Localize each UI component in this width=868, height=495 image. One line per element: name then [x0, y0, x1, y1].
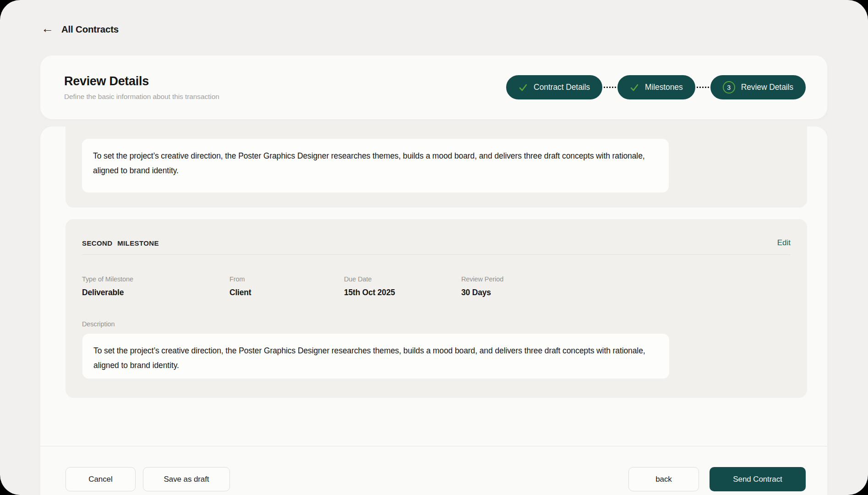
- back-arrow-icon[interactable]: ←: [41, 22, 54, 35]
- save-as-draft-button[interactable]: Save as draft: [143, 467, 230, 491]
- step-number-badge: 3: [723, 81, 735, 94]
- app-window: ← All Contracts Review Details Define th…: [0, 0, 868, 495]
- check-icon: [519, 83, 528, 92]
- step-connector: [697, 87, 709, 88]
- second-milestone-section: SECOND MILESTONE Edit Type of Milestone …: [66, 219, 807, 398]
- field-value: 15th Oct 2025: [344, 288, 461, 297]
- field-label: Review Period: [461, 275, 791, 283]
- page-subtitle: Define the basic information about this …: [64, 93, 219, 101]
- step-contract-details[interactable]: Contract Details: [506, 75, 602, 99]
- field-value: Deliverable: [82, 288, 229, 297]
- step-label: Milestones: [645, 82, 683, 92]
- previous-milestone-section: To set the project’s creative direction,…: [66, 126, 807, 208]
- field-due-date: Due Date 15th Oct 2025: [344, 275, 461, 297]
- step-connector: [604, 87, 616, 88]
- send-contract-button[interactable]: Send Contract: [710, 467, 806, 491]
- section-divider: [82, 254, 791, 255]
- review-content-card: To set the project’s creative direction,…: [40, 126, 827, 495]
- edit-link[interactable]: Edit: [777, 238, 791, 248]
- breadcrumb-label[interactable]: All Contracts: [61, 24, 119, 35]
- second-milestone-header: SECOND MILESTONE Edit: [82, 238, 791, 248]
- second-milestone-description-box: To set the project’s creative direction,…: [82, 334, 669, 379]
- header-text: Review Details Define the basic informat…: [64, 74, 219, 101]
- cancel-button[interactable]: Cancel: [66, 467, 136, 491]
- field-value: Client: [229, 288, 344, 297]
- milestone-fields-row: Type of Milestone Deliverable From Clien…: [82, 275, 791, 297]
- stepper: Contract Details Milestones 3 Review Det…: [506, 75, 806, 99]
- page-title: Review Details: [64, 74, 219, 88]
- header-card: Review Details Define the basic informat…: [40, 55, 827, 119]
- description-label: Description: [82, 320, 791, 328]
- previous-milestone-description-text: To set the project’s creative direction,…: [93, 148, 658, 178]
- field-value: 30 Days: [461, 288, 791, 297]
- field-label: From: [229, 275, 344, 283]
- second-milestone-heading: SECOND MILESTONE: [82, 239, 159, 247]
- previous-milestone-description-box: To set the project’s creative direction,…: [82, 139, 669, 192]
- footer-right-buttons: back Send Contract: [628, 467, 806, 491]
- step-label: Contract Details: [534, 82, 590, 92]
- check-icon: [630, 83, 639, 92]
- field-type-of-milestone: Type of Milestone Deliverable: [82, 275, 229, 297]
- footer-actions: Cancel Save as draft back Send Contract: [40, 446, 827, 495]
- field-from: From Client: [229, 275, 344, 297]
- field-review-period: Review Period 30 Days: [461, 275, 791, 297]
- field-label: Due Date: [344, 275, 461, 283]
- step-label: Review Details: [741, 82, 793, 92]
- breadcrumb[interactable]: ← All Contracts: [41, 23, 119, 35]
- second-milestone-description-text: To set the project’s creative direction,…: [93, 343, 658, 373]
- footer-left-buttons: Cancel Save as draft: [66, 467, 230, 491]
- field-label: Type of Milestone: [82, 275, 229, 283]
- step-milestones[interactable]: Milestones: [617, 75, 695, 99]
- back-button[interactable]: back: [628, 467, 699, 491]
- step-review-details[interactable]: 3 Review Details: [710, 75, 806, 99]
